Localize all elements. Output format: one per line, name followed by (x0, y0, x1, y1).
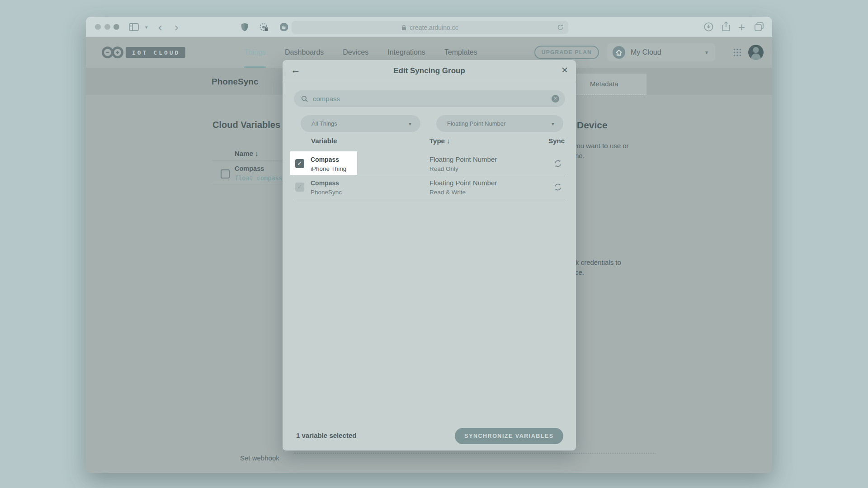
clear-search-icon[interactable]: × (552, 95, 559, 103)
browser-toolbar: ▾ ‹ › create.arduino.cc (86, 17, 772, 37)
sync-icon (554, 160, 562, 168)
tab-metadata[interactable]: Metadata (576, 74, 646, 95)
column-type[interactable]: Type ↓ (429, 137, 450, 145)
clipped-text-line: ce. (575, 268, 584, 276)
device-heading-clipped: Device (577, 120, 608, 131)
row-thing-name: iPhone Thing (311, 165, 346, 172)
row-checkbox-checked[interactable]: ✓ (295, 159, 304, 168)
set-webhook-link[interactable]: Set webhook (240, 454, 279, 462)
type-filter-dropdown[interactable]: Floating Point Number ▾ (436, 115, 563, 132)
things-filter-value: All Things (311, 120, 337, 127)
row-variable-name[interactable]: Compass (311, 179, 339, 187)
row-type: Floating Point Number (429, 179, 497, 187)
variable-declaration: float compass; (235, 174, 286, 182)
variable-name[interactable]: Compass (235, 165, 264, 172)
clipped-text-line: ne. (575, 152, 585, 160)
chevron-down-icon: ▾ (552, 121, 554, 127)
content-blocker-hand-icon[interactable] (279, 22, 289, 32)
nav-tab-things[interactable]: Things (244, 37, 266, 68)
reload-icon[interactable] (557, 24, 564, 31)
url-text: create.arduino.cc (410, 24, 458, 31)
traffic-zoom-button[interactable] (113, 24, 119, 30)
address-bar[interactable]: create.arduino.cc (292, 21, 568, 34)
back-button[interactable]: ‹ (158, 23, 162, 31)
shield-extension-icon[interactable] (241, 23, 249, 32)
home-icon (613, 46, 625, 59)
modal-header: ← Edit Syncing Group × (283, 60, 576, 82)
sidebar-chevron-icon[interactable]: ▾ (145, 24, 148, 30)
row-variable-name[interactable]: Compass (311, 156, 339, 163)
row-thing-name: PhoneSync (311, 189, 342, 196)
sort-desc-icon: ↓ (447, 137, 450, 145)
tab-overview-icon[interactable] (754, 22, 764, 32)
things-filter-dropdown[interactable]: All Things ▾ (301, 115, 420, 132)
upgrade-plan-button[interactable]: UPGRADE PLAN (534, 46, 599, 59)
downloads-icon[interactable] (704, 22, 713, 32)
forward-button[interactable]: › (175, 23, 179, 31)
row-divider (294, 199, 565, 199)
workspace-label: My Cloud (631, 48, 661, 56)
selection-count: 1 variable selected (296, 432, 356, 439)
iot-cloud-badge: IOT CLOUD (126, 47, 185, 58)
thing-title: PhoneSync (212, 77, 258, 87)
column-variable: Variable (311, 137, 337, 145)
apps-grid-icon[interactable] (733, 48, 741, 56)
privacy-badge-extension-icon[interactable] (259, 23, 269, 33)
name-column-header[interactable]: Name ↓ (235, 150, 259, 157)
sidebar-icon[interactable] (129, 23, 139, 31)
chevron-down-icon: ▾ (705, 49, 708, 56)
browser-window: ▾ ‹ › create.arduino.cc (86, 17, 772, 473)
section-divider (294, 453, 656, 454)
row-type: Floating Point Number (429, 155, 497, 163)
share-icon[interactable] (722, 21, 731, 32)
divider (212, 160, 288, 160)
sync-icon (554, 183, 562, 191)
search-input[interactable]: compass × (294, 90, 565, 107)
new-tab-icon[interactable]: + (738, 20, 745, 34)
traffic-minimize-button[interactable] (104, 24, 110, 30)
close-icon[interactable]: × (561, 64, 568, 76)
column-sync: Sync (548, 137, 565, 145)
sort-desc-icon: ↓ (255, 150, 259, 157)
search-icon (301, 95, 308, 103)
clipped-text-line: rk credentials to (573, 258, 621, 266)
modal-title: Edit Syncing Group (283, 66, 576, 75)
type-filter-value: Floating Point Number (447, 120, 505, 127)
variable-checkbox[interactable] (221, 169, 230, 178)
row-checkbox-disabled: ✓ (295, 183, 304, 192)
clipped-text-line: you want to use or (573, 142, 629, 150)
traffic-close-button[interactable] (95, 24, 101, 30)
workspace-selector[interactable]: My Cloud ▾ (607, 43, 715, 61)
chevron-down-icon: ▾ (409, 121, 411, 127)
synchronize-variables-button[interactable]: SYNCHRONIZE VARIABLES (455, 428, 563, 444)
arduino-logo[interactable] (101, 46, 124, 59)
edit-syncing-group-modal: ← Edit Syncing Group × compass × All Thi… (283, 60, 576, 450)
cloud-variables-heading: Cloud Variables (212, 120, 280, 130)
row-permission: Read Only (429, 165, 458, 172)
divider (212, 184, 288, 184)
row-permission: Read & Write (429, 189, 466, 196)
search-value: compass (313, 95, 340, 103)
lock-icon (401, 24, 406, 31)
row-divider (294, 176, 565, 176)
user-avatar[interactable] (748, 45, 764, 60)
screenshot-root: ▾ ‹ › create.arduino.cc (0, 0, 868, 488)
